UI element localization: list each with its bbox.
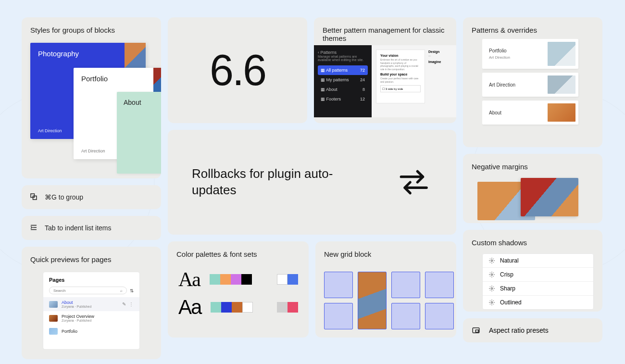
font-sample-sans: Aa — [178, 296, 201, 319]
aspect-ratio-card: Aspect ratio presets — [463, 318, 602, 342]
card-title: Rollbacks for plugin auto-updates — [192, 166, 367, 199]
tip-group-shortcut: ⌘G to group — [22, 185, 161, 209]
edit-icon[interactable]: ✎ — [122, 301, 126, 307]
sun-icon — [488, 299, 495, 306]
shadow-preset[interactable]: Outlined — [483, 296, 593, 309]
svg-line-22 — [493, 273, 494, 273]
sun-icon — [488, 285, 495, 292]
grid-block-card: New grid block — [315, 241, 456, 338]
page-row[interactable]: Project Overview Zoryana · Published — [43, 311, 139, 325]
negative-margins-card: Negative margins — [463, 154, 602, 223]
page-thumbnail — [49, 328, 58, 335]
filter-icon[interactable]: ⇅ — [130, 288, 134, 293]
color-swatch[interactable] — [288, 302, 298, 313]
card-title: New grid block — [315, 241, 456, 263]
svg-line-38 — [493, 304, 494, 304]
svg-line-13 — [493, 259, 494, 259]
color-swatch[interactable] — [210, 274, 220, 285]
svg-line-30 — [490, 290, 490, 290]
indent-icon — [29, 223, 38, 233]
grid-cell — [425, 303, 454, 329]
sun-icon — [488, 271, 495, 278]
grid-preview — [324, 272, 456, 329]
overlap-preview — [477, 178, 594, 221]
svg-line-37 — [490, 301, 490, 301]
back-link[interactable]: ‹ Patterns — [318, 50, 368, 55]
color-swatch[interactable] — [211, 302, 221, 313]
version-card: 6.6 — [168, 17, 307, 123]
styles-for-groups-card: Styles for groups of blocks Photography … — [22, 17, 161, 178]
card-title: Negative margins — [463, 154, 602, 176]
svg-rect-42 — [475, 330, 478, 332]
group-icon — [29, 192, 38, 202]
pattern-sidebar: ‹ Patterns Manage what patterns are avai… — [314, 45, 372, 117]
override-thumb — [548, 75, 575, 94]
grid-cell — [391, 303, 420, 329]
color-swatch[interactable] — [241, 274, 252, 285]
pages-heading: Pages — [43, 277, 139, 287]
panel-about: About — [117, 92, 161, 174]
pattern-category[interactable]: ▦ All patterns72 — [318, 65, 368, 75]
card-title: Patterns & overrides — [463, 17, 602, 39]
page-thumbnail — [49, 301, 58, 308]
shadow-preset-list: Natural Crisp Sharp Outlined — [482, 253, 594, 310]
search-icon: ⌕ — [120, 289, 123, 293]
custom-shadows-card: Custom shadows Natural Crisp Sharp Outli… — [463, 230, 602, 312]
grid-cell — [425, 272, 454, 298]
svg-line-31 — [493, 287, 494, 287]
grid-cell-image — [358, 272, 387, 329]
color-swatch[interactable] — [221, 302, 232, 313]
grid-cell — [324, 272, 353, 298]
shadow-preset[interactable]: Crisp — [483, 268, 593, 282]
card-title: Color palettes & font sets — [168, 241, 309, 263]
color-swatch[interactable] — [232, 302, 242, 313]
pattern-management-card: Better pattern management for classic th… — [314, 17, 456, 123]
swatch-row — [210, 274, 252, 285]
color-swatch[interactable] — [220, 274, 231, 285]
swatch-row — [277, 302, 298, 313]
color-swatch[interactable] — [277, 274, 288, 285]
color-swatch[interactable] — [288, 274, 298, 285]
search-input[interactable]: Search ⌕ — [49, 287, 127, 294]
card-title: Quick previews for pages — [22, 247, 161, 268]
pattern-category[interactable]: ▦ About8 — [318, 85, 368, 94]
svg-line-12 — [490, 262, 490, 263]
svg-line-29 — [493, 290, 494, 290]
aspect-ratio-icon — [472, 326, 480, 335]
pattern-category[interactable]: ▦ My patterns24 — [318, 75, 368, 85]
svg-line-10 — [490, 259, 490, 259]
svg-line-40 — [493, 301, 494, 301]
palettes-card: Color palettes & font sets Aa Aa — [168, 241, 309, 338]
shadow-preset[interactable]: Sharp — [483, 282, 593, 296]
tip-text: Tab to indent list items — [45, 224, 112, 232]
patterns-overrides-card: Patterns & overrides PortfolioArt Direct… — [463, 17, 602, 147]
card-title: Styles for groups of blocks — [22, 17, 161, 39]
rollback-card: Rollbacks for plugin auto-updates — [168, 130, 456, 235]
color-swatch[interactable] — [231, 274, 241, 285]
svg-line-19 — [490, 273, 490, 273]
page-thumbnail — [49, 315, 58, 322]
pattern-category[interactable]: ▦ Footers12 — [318, 94, 368, 104]
page-row[interactable]: About Zoryana · Published ✎⋮ — [43, 297, 139, 311]
svg-line-21 — [490, 276, 490, 276]
quick-previews-card: Quick previews for pages Pages Search ⌕ … — [22, 247, 161, 359]
version-number: 6.6 — [210, 46, 265, 95]
svg-line-11 — [493, 262, 494, 263]
shadow-preset[interactable]: Natural — [483, 254, 593, 268]
color-swatch[interactable] — [277, 302, 288, 313]
swatch-row — [277, 274, 298, 285]
pattern-preview-area: Your vision Embrace the art of curation … — [372, 45, 456, 117]
grid-cell — [391, 272, 420, 298]
cycle-arrows-icon — [396, 163, 432, 201]
svg-line-28 — [490, 287, 490, 287]
tip-indent-shortcut: Tab to indent list items — [22, 216, 161, 240]
override-item: PortfolioArt Direction — [482, 39, 578, 69]
block-stack-preview: Photography Art Direction Portfolio Art … — [30, 39, 161, 164]
override-item: About — [482, 100, 578, 125]
page-row[interactable]: Portfolio — [43, 325, 139, 338]
tip-text: ⌘G to group — [45, 193, 83, 201]
more-icon[interactable]: ⋮ — [129, 301, 134, 307]
override-thumb — [548, 103, 575, 122]
svg-line-20 — [493, 276, 494, 276]
color-swatch[interactable] — [242, 302, 253, 313]
